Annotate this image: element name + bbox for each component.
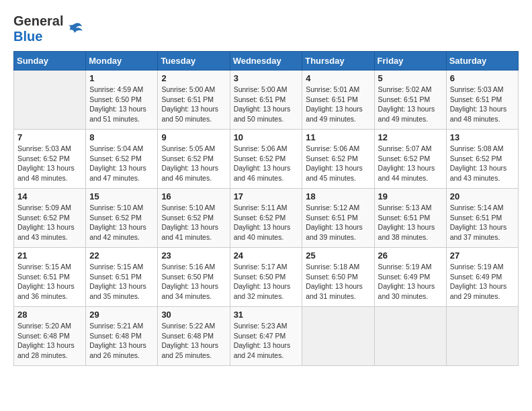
day-info: Sunrise: 5:23 AM Sunset: 6:47 PM Dayligh… — [234, 321, 299, 361]
calendar-cell: 25Sunrise: 5:18 AM Sunset: 6:50 PM Dayli… — [302, 248, 374, 307]
calendar-cell: 9Sunrise: 5:05 AM Sunset: 6:52 PM Daylig… — [158, 130, 230, 189]
calendar-cell: 16Sunrise: 5:10 AM Sunset: 6:52 PM Dayli… — [158, 189, 230, 248]
calendar-cell — [374, 307, 446, 366]
day-number: 23 — [161, 250, 226, 261]
day-number: 5 — [378, 73, 443, 83]
day-number: 30 — [161, 310, 226, 320]
calendar-cell: 12Sunrise: 5:07 AM Sunset: 6:52 PM Dayli… — [374, 130, 446, 189]
day-number: 12 — [378, 132, 443, 142]
week-row-3: 14Sunrise: 5:09 AM Sunset: 6:52 PM Dayli… — [14, 189, 519, 248]
day-info: Sunrise: 5:15 AM Sunset: 6:51 PM Dayligh… — [89, 262, 154, 302]
day-number: 16 — [161, 191, 226, 201]
day-info: Sunrise: 5:06 AM Sunset: 6:52 PM Dayligh… — [234, 144, 299, 183]
day-number: 13 — [450, 132, 515, 142]
calendar-cell: 10Sunrise: 5:06 AM Sunset: 6:52 PM Dayli… — [230, 130, 302, 189]
day-info: Sunrise: 5:16 AM Sunset: 6:50 PM Dayligh… — [161, 262, 226, 302]
calendar-cell: 27Sunrise: 5:19 AM Sunset: 6:49 PM Dayli… — [446, 248, 518, 307]
calendar-cell: 29Sunrise: 5:21 AM Sunset: 6:48 PM Dayli… — [86, 307, 158, 366]
calendar-cell: 21Sunrise: 5:15 AM Sunset: 6:51 PM Dayli… — [14, 248, 86, 307]
day-info: Sunrise: 5:21 AM Sunset: 6:48 PM Dayligh… — [89, 321, 154, 361]
calendar-table: SundayMondayTuesdayWednesdayThursdayFrid… — [13, 51, 519, 366]
day-number: 8 — [89, 132, 154, 142]
logo-bird-icon — [64, 19, 85, 39]
day-number: 27 — [450, 250, 515, 261]
calendar-cell: 30Sunrise: 5:22 AM Sunset: 6:48 PM Dayli… — [158, 307, 230, 366]
col-header-sunday: Sunday — [14, 52, 86, 71]
calendar-cell: 14Sunrise: 5:09 AM Sunset: 6:52 PM Dayli… — [14, 189, 86, 248]
day-number: 11 — [306, 132, 370, 142]
day-info: Sunrise: 5:10 AM Sunset: 6:52 PM Dayligh… — [161, 203, 226, 242]
day-number: 4 — [306, 73, 370, 83]
logo: General Blue — [13, 13, 85, 44]
day-info: Sunrise: 5:11 AM Sunset: 6:52 PM Dayligh… — [234, 203, 299, 242]
day-info: Sunrise: 5:00 AM Sunset: 6:51 PM Dayligh… — [161, 85, 226, 124]
calendar-cell: 17Sunrise: 5:11 AM Sunset: 6:52 PM Dayli… — [230, 189, 302, 248]
day-number: 17 — [234, 191, 299, 201]
calendar-cell: 1Sunrise: 4:59 AM Sunset: 6:50 PM Daylig… — [86, 71, 158, 130]
week-row-4: 21Sunrise: 5:15 AM Sunset: 6:51 PM Dayli… — [14, 248, 519, 307]
day-info: Sunrise: 5:04 AM Sunset: 6:52 PM Dayligh… — [89, 144, 154, 183]
day-info: Sunrise: 5:08 AM Sunset: 6:52 PM Dayligh… — [450, 144, 515, 183]
logo-general: General — [13, 13, 63, 28]
day-number: 20 — [450, 191, 515, 201]
col-header-wednesday: Wednesday — [230, 52, 302, 71]
day-number: 6 — [450, 73, 515, 83]
day-info: Sunrise: 5:07 AM Sunset: 6:52 PM Dayligh… — [378, 144, 443, 183]
col-header-thursday: Thursday — [302, 52, 374, 71]
day-number: 31 — [234, 310, 299, 320]
day-number: 28 — [17, 310, 82, 320]
calendar-cell: 2Sunrise: 5:00 AM Sunset: 6:51 PM Daylig… — [158, 71, 230, 130]
week-row-5: 28Sunrise: 5:20 AM Sunset: 6:48 PM Dayli… — [14, 307, 519, 366]
day-number: 18 — [306, 191, 370, 201]
day-info: Sunrise: 5:13 AM Sunset: 6:51 PM Dayligh… — [378, 203, 443, 242]
day-info: Sunrise: 5:05 AM Sunset: 6:52 PM Dayligh… — [161, 144, 226, 183]
calendar-cell: 5Sunrise: 5:02 AM Sunset: 6:51 PM Daylig… — [374, 71, 446, 130]
calendar-cell — [302, 307, 374, 366]
calendar-cell: 18Sunrise: 5:12 AM Sunset: 6:51 PM Dayli… — [302, 189, 374, 248]
calendar-cell: 31Sunrise: 5:23 AM Sunset: 6:47 PM Dayli… — [230, 307, 302, 366]
day-number: 9 — [161, 132, 226, 142]
day-info: Sunrise: 5:19 AM Sunset: 6:49 PM Dayligh… — [450, 262, 515, 302]
calendar-cell: 13Sunrise: 5:08 AM Sunset: 6:52 PM Dayli… — [446, 130, 518, 189]
calendar-header-row: SundayMondayTuesdayWednesdayThursdayFrid… — [14, 52, 519, 71]
calendar-cell: 20Sunrise: 5:14 AM Sunset: 6:51 PM Dayli… — [446, 189, 518, 248]
day-info: Sunrise: 5:03 AM Sunset: 6:52 PM Dayligh… — [17, 144, 82, 183]
day-number: 25 — [306, 250, 370, 261]
day-number: 3 — [234, 73, 299, 83]
calendar-cell — [446, 307, 518, 366]
day-number: 22 — [89, 250, 154, 261]
page-header: General Blue — [13, 13, 519, 44]
calendar-cell: 7Sunrise: 5:03 AM Sunset: 6:52 PM Daylig… — [14, 130, 86, 189]
day-info: Sunrise: 5:20 AM Sunset: 6:48 PM Dayligh… — [17, 321, 82, 361]
calendar-cell: 19Sunrise: 5:13 AM Sunset: 6:51 PM Dayli… — [374, 189, 446, 248]
day-info: Sunrise: 5:14 AM Sunset: 6:51 PM Dayligh… — [450, 203, 515, 242]
day-info: Sunrise: 5:12 AM Sunset: 6:51 PM Dayligh… — [306, 203, 370, 242]
day-info: Sunrise: 5:10 AM Sunset: 6:52 PM Dayligh… — [89, 203, 154, 242]
day-info: Sunrise: 5:01 AM Sunset: 6:51 PM Dayligh… — [306, 85, 370, 124]
calendar-cell: 3Sunrise: 5:00 AM Sunset: 6:51 PM Daylig… — [230, 71, 302, 130]
day-info: Sunrise: 5:18 AM Sunset: 6:50 PM Dayligh… — [306, 262, 370, 302]
col-header-tuesday: Tuesday — [158, 52, 230, 71]
day-number: 21 — [17, 250, 82, 261]
day-number: 19 — [378, 191, 443, 201]
day-number: 15 — [89, 191, 154, 201]
calendar-cell — [14, 71, 86, 130]
col-header-monday: Monday — [86, 52, 158, 71]
calendar-cell: 8Sunrise: 5:04 AM Sunset: 6:52 PM Daylig… — [86, 130, 158, 189]
day-info: Sunrise: 5:22 AM Sunset: 6:48 PM Dayligh… — [161, 321, 226, 361]
calendar-cell: 23Sunrise: 5:16 AM Sunset: 6:50 PM Dayli… — [158, 248, 230, 307]
day-info: Sunrise: 4:59 AM Sunset: 6:50 PM Dayligh… — [89, 85, 154, 124]
day-number: 7 — [17, 132, 82, 142]
calendar-cell: 22Sunrise: 5:15 AM Sunset: 6:51 PM Dayli… — [86, 248, 158, 307]
day-number: 26 — [378, 250, 443, 261]
day-info: Sunrise: 5:03 AM Sunset: 6:51 PM Dayligh… — [450, 85, 515, 124]
day-info: Sunrise: 5:17 AM Sunset: 6:50 PM Dayligh… — [234, 262, 299, 302]
day-info: Sunrise: 5:02 AM Sunset: 6:51 PM Dayligh… — [378, 85, 443, 124]
day-info: Sunrise: 5:15 AM Sunset: 6:51 PM Dayligh… — [17, 262, 82, 302]
calendar-cell: 4Sunrise: 5:01 AM Sunset: 6:51 PM Daylig… — [302, 71, 374, 130]
calendar-cell: 15Sunrise: 5:10 AM Sunset: 6:52 PM Dayli… — [86, 189, 158, 248]
calendar-cell: 6Sunrise: 5:03 AM Sunset: 6:51 PM Daylig… — [446, 71, 518, 130]
day-info: Sunrise: 5:19 AM Sunset: 6:49 PM Dayligh… — [378, 262, 443, 302]
week-row-1: 1Sunrise: 4:59 AM Sunset: 6:50 PM Daylig… — [14, 71, 519, 130]
calendar-cell: 26Sunrise: 5:19 AM Sunset: 6:49 PM Dayli… — [374, 248, 446, 307]
